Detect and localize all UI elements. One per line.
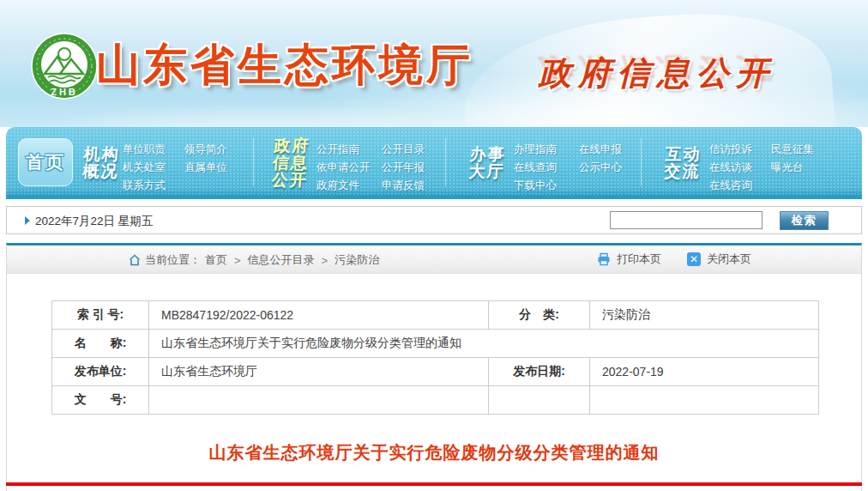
- banner-slogan-reflection: 政府信息公开: [539, 50, 775, 87]
- nav-links-column: 在线申报 公示中心: [579, 141, 622, 177]
- meta-label-category: 分 类:: [489, 301, 590, 330]
- meta-label-name: 名 称:: [52, 330, 149, 358]
- nav-group-organization[interactable]: 机构 概况: [82, 146, 121, 180]
- nav-home-button[interactable]: 首页: [18, 138, 73, 186]
- nav-link-unit-duties[interactable]: 单位职责: [123, 141, 166, 159]
- nav-links-column: 单位职责 机关处室 联系方式: [123, 141, 166, 195]
- meta-value-empty: [590, 386, 819, 415]
- breadcrumb-separator: >: [232, 254, 244, 267]
- svg-text:ZHB: ZHB: [51, 87, 78, 97]
- meta-label-empty: [489, 386, 590, 415]
- close-page-button[interactable]: ✕ 关闭本页: [687, 252, 751, 267]
- nav-divider: [253, 138, 254, 186]
- nav-group-interaction[interactable]: 互动 交流: [664, 146, 702, 180]
- nav-link-disclosure-catalog[interactable]: 公开目录: [382, 141, 425, 159]
- meta-label-pubdate: 发布日期:: [489, 358, 590, 386]
- nav-link-download-center[interactable]: 下载中心: [514, 177, 557, 195]
- nav-divider: [641, 138, 642, 186]
- breadcrumb-current-link[interactable]: 污染防治: [335, 252, 379, 268]
- meta-value-category: 污染防治: [590, 301, 819, 330]
- nav-link-online-query[interactable]: 在线查询: [514, 159, 557, 177]
- meta-value-docnumber: [149, 386, 489, 415]
- printer-icon: [597, 252, 611, 266]
- nav-link-contact[interactable]: 联系方式: [123, 177, 166, 195]
- table-row: 发布单位: 山东省生态环境厅 发布日期: 2022-07-19: [52, 358, 819, 386]
- nav-group-service-hall[interactable]: 办事 大厅: [468, 146, 507, 180]
- nav-link-feedback[interactable]: 申请反馈: [382, 177, 425, 195]
- table-row: 索 引 号: MB2847192/2022-06122 分 类: 污染防治: [52, 301, 819, 330]
- nav-links-column: 公开目录 公开年报 申请反馈: [382, 141, 425, 195]
- meta-label-docnumber: 文 号:: [52, 386, 149, 415]
- content-panel: 当前位置： 首页 > 信息公开目录 > 污染防治 打印本页 ✕ 关闭本页: [6, 243, 862, 491]
- nav-group-gov-info[interactable]: 政府 信息 公开: [271, 137, 310, 189]
- nav-links-column: 信访投诉 在线访谈 在线咨询: [709, 141, 752, 195]
- nav-divider: [445, 138, 446, 186]
- nav-link-online-consult[interactable]: 在线咨询: [709, 177, 752, 195]
- nav-link-leaders[interactable]: 领导简介: [184, 141, 227, 159]
- print-page-button[interactable]: 打印本页: [597, 252, 661, 267]
- search-button[interactable]: 检索: [780, 211, 829, 230]
- close-icon: ✕: [687, 252, 701, 266]
- breadcrumb-separator: >: [319, 254, 331, 267]
- article-title: 山东省生态环境厅关于实行危险废物分级分类管理的通知: [7, 441, 861, 464]
- nav-link-online-declare[interactable]: 在线申报: [579, 141, 622, 159]
- home-icon: [129, 254, 141, 266]
- nav-link-opinion-collect[interactable]: 民意征集: [771, 141, 814, 159]
- nav-link-exposure[interactable]: 曝光台: [771, 159, 814, 177]
- document-meta-table: 索 引 号: MB2847192/2022-06122 分 类: 污染防治 名 …: [51, 300, 819, 415]
- meta-value-name: 山东省生态环境厅关于实行危险废物分级分类管理的通知: [149, 330, 819, 358]
- header-banner: ZHB 山东省生态环境厅 政府信息公开 政府信息公开: [0, 0, 868, 127]
- nav-links-column: 领导简介 直属单位: [184, 141, 227, 177]
- meta-label-publisher: 发布单位:: [52, 358, 149, 386]
- nav-link-publicity-center[interactable]: 公示中心: [579, 159, 622, 177]
- meta-value-publisher: 山东省生态环境厅: [149, 358, 489, 386]
- breadcrumb-home-link[interactable]: 首页: [205, 252, 227, 268]
- current-date: 2022年7月22日 星期五: [35, 214, 153, 229]
- close-page-label: 关闭本页: [707, 252, 751, 267]
- nav-link-online-interview[interactable]: 在线访谈: [709, 159, 752, 177]
- date-arrow-icon: [25, 216, 30, 225]
- nav-links-column: 公开指南 依申请公开 政府文件: [316, 141, 371, 195]
- meta-label-index: 索 引 号:: [52, 301, 149, 330]
- nav-link-offices[interactable]: 机关处室: [123, 159, 166, 177]
- date-search-bar: 2022年7月22日 星期五 检索: [6, 206, 862, 234]
- table-row: 名 称: 山东省生态环境厅关于实行危险废物分级分类管理的通知: [52, 330, 819, 358]
- nav-link-gov-documents[interactable]: 政府文件: [316, 177, 371, 195]
- breadcrumb-bar: 当前位置： 首页 > 信息公开目录 > 污染防治 打印本页 ✕ 关闭本页: [7, 246, 861, 274]
- nav-link-annual-report[interactable]: 公开年报: [382, 159, 425, 177]
- nav-link-disclosure-guide[interactable]: 公开指南: [316, 141, 371, 159]
- page: ZHB 山东省生态环境厅 政府信息公开 政府信息公开 首页 机构 概况 单位职责…: [0, 0, 868, 491]
- table-row: 文 号:: [52, 386, 819, 415]
- breadcrumb-catalog-link[interactable]: 信息公开目录: [248, 252, 315, 268]
- nav-link-affiliates[interactable]: 直属单位: [184, 159, 227, 177]
- nav-link-on-request[interactable]: 依申请公开: [316, 159, 371, 177]
- nav-links-column: 民意征集 曝光台: [771, 141, 814, 177]
- site-title: 山东省生态环境厅: [96, 36, 473, 95]
- meta-value-index: MB2847192/2022-06122: [149, 301, 489, 330]
- nav-link-petition[interactable]: 信访投诉: [709, 141, 752, 159]
- print-page-label: 打印本页: [617, 252, 661, 267]
- nav-links-column: 办理指南 在线查询 下载中心: [514, 141, 557, 195]
- article-divider-line: [6, 482, 862, 486]
- main-navigation: 首页 机构 概况 单位职责 机关处室 联系方式 领导简介 直属单位 政府 信息 …: [6, 127, 862, 199]
- breadcrumb-label: 当前位置：: [145, 252, 201, 268]
- breadcrumb: 当前位置： 首页 > 信息公开目录 > 污染防治: [129, 252, 379, 268]
- agency-logo-icon: ZHB: [29, 31, 99, 101]
- meta-value-pubdate: 2022-07-19: [590, 358, 819, 386]
- search-input[interactable]: [610, 211, 763, 229]
- nav-link-handling-guide[interactable]: 办理指南: [514, 141, 557, 159]
